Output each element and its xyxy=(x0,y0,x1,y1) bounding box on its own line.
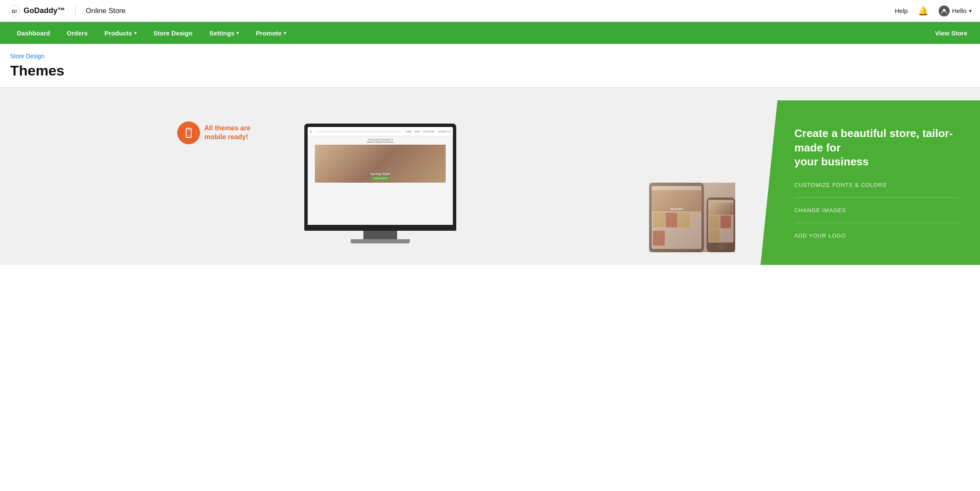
logo-divider xyxy=(75,5,76,17)
hero-feature-logo: ADD YOUR LOGO xyxy=(794,232,959,239)
top-bar-left: G! GoDaddy™ Online Store xyxy=(8,5,126,17)
nav-items: Dashboard Orders Products ▾ Store Design… xyxy=(8,22,295,44)
phone-banner xyxy=(708,203,734,215)
mobile-badge-text: All themes are mobile ready! xyxy=(204,124,250,142)
hello-area[interactable]: Hello ▾ xyxy=(939,5,972,16)
breadcrumb[interactable]: Store Design xyxy=(10,53,44,59)
settings-caret-icon: ▾ xyxy=(236,30,239,36)
nav-item-settings[interactable]: Settings ▾ xyxy=(201,22,247,44)
hero-feature-images: CHANGE IMAGES xyxy=(794,207,959,223)
hero-headline: Create a beautiful store, tailor-made fo… xyxy=(794,127,959,169)
user-avatar-icon xyxy=(939,5,950,16)
hero-left: HOMESHOPOUR STORYCONTACT US ✦ FLEUR FASH… xyxy=(0,100,761,265)
hero-right-panel: Create a beautiful store, tailor-made fo… xyxy=(761,100,980,265)
products-caret-icon: ▾ xyxy=(134,30,137,36)
monitor-banner: Spring Style SHOP NOW xyxy=(315,145,446,183)
view-store-link[interactable]: View Store xyxy=(931,30,972,37)
godaddy-logo-icon: G! xyxy=(8,5,20,17)
nav-item-products[interactable]: Products ▾ xyxy=(96,22,145,44)
top-bar-right: Help 🔔 Hello ▾ xyxy=(895,5,972,16)
tablet-screen: Spring Style xyxy=(652,186,701,249)
svg-text:G!: G! xyxy=(12,9,17,14)
mobile-ready-badge: All themes are mobile ready! xyxy=(177,121,250,144)
hello-caret: ▾ xyxy=(969,8,972,14)
svg-point-4 xyxy=(188,135,189,136)
monitor-foot xyxy=(351,239,410,243)
monitor-nav-bar: HOMESHOPOUR STORYCONTACT US xyxy=(308,127,453,136)
nav-item-orders[interactable]: Orders xyxy=(58,22,96,44)
app-name-label: Online Store xyxy=(86,7,126,15)
top-bar: G! GoDaddy™ Online Store Help 🔔 Hello ▾ xyxy=(0,0,980,22)
hello-label: Hello xyxy=(952,7,966,14)
promote-caret-icon: ▾ xyxy=(284,30,286,36)
svg-rect-5 xyxy=(187,129,190,130)
bell-icon[interactable]: 🔔 xyxy=(918,6,929,16)
mobile-badge-icon xyxy=(177,121,200,144)
tablet-banner: Spring Style xyxy=(652,190,701,211)
logo-text: GoDaddy™ xyxy=(24,6,65,15)
nav-item-promote[interactable]: Promote ▾ xyxy=(247,22,295,44)
help-link[interactable]: Help xyxy=(895,7,908,14)
nav-item-dashboard[interactable]: Dashboard xyxy=(8,22,58,44)
tablet-mockup: Spring Style xyxy=(649,183,704,252)
tablet-phone-overlay: Spring Style xyxy=(649,183,735,252)
hero-section: HOMESHOPOUR STORYCONTACT US ✦ FLEUR FASH… xyxy=(0,88,980,265)
hero-feature-fonts: CUSTOMIZE FONTS & COLORS xyxy=(794,182,959,198)
monitor-stand xyxy=(363,231,397,239)
page-header: Store Design Themes xyxy=(0,44,980,83)
monitor-mockup: HOMESHOPOUR STORYCONTACT US ✦ FLEUR FASH… xyxy=(304,124,456,242)
monitor-content-area: ✦ FLEUR FASHION ✦SIMPLE FRENCH NATURAL S… xyxy=(308,136,453,225)
monitor-screen-outer: HOMESHOPOUR STORYCONTACT US ✦ FLEUR FASH… xyxy=(304,124,456,225)
monitor-screen-inner: HOMESHOPOUR STORYCONTACT US ✦ FLEUR FASH… xyxy=(308,127,453,225)
logo-area: G! GoDaddy™ xyxy=(8,5,65,17)
page-title: Themes xyxy=(10,62,970,79)
main-nav: Dashboard Orders Products ▾ Store Design… xyxy=(0,22,980,44)
monitor-base xyxy=(304,225,456,231)
nav-item-store-design[interactable]: Store Design xyxy=(145,22,201,44)
